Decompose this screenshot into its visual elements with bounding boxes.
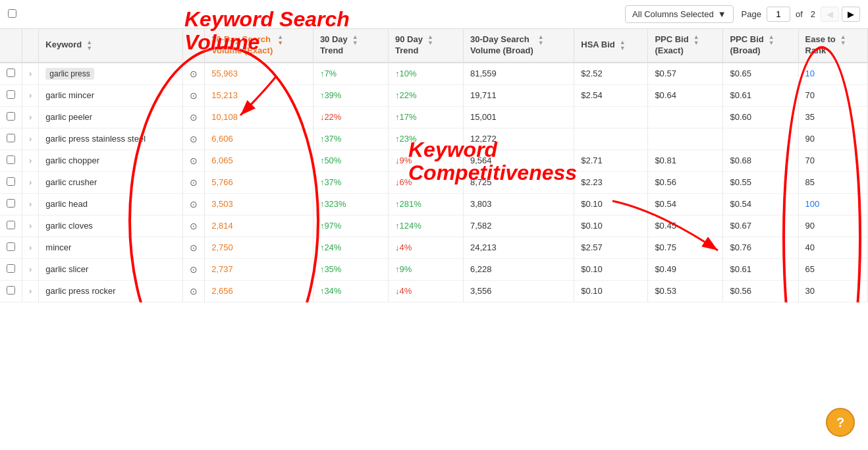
row-icon: ⊙ bbox=[183, 171, 205, 193]
row-expand[interactable]: › bbox=[22, 106, 39, 128]
row-ease-rank: 30 bbox=[798, 280, 868, 302]
row-trend-30: ↑34% bbox=[313, 280, 388, 302]
row-expand[interactable]: › bbox=[22, 63, 39, 85]
row-keyword: garlic press stainless steel bbox=[39, 128, 183, 150]
ppc-broad-sort-icon[interactable]: ▲▼ bbox=[769, 34, 774, 46]
table-row: ›garlic press stainless steel⊙6,606↑37%↑… bbox=[0, 128, 868, 150]
table-row: ›garlic press rocker⊙2,656↑34%↓4%3,556$0… bbox=[0, 280, 868, 302]
keyword-table: Keyword ▲▼ 30-Day SearchVolume (Exact) ▲… bbox=[0, 29, 868, 302]
row-hsa-bid: $2.23 bbox=[574, 171, 648, 193]
row-trend-30: ↑24% bbox=[313, 237, 388, 258]
row-expand[interactable]: › bbox=[22, 150, 39, 171]
row-expand[interactable]: › bbox=[22, 237, 39, 258]
table-row: ›garlic slicer⊙2,737↑35%↑9%6,228$0.10$0.… bbox=[0, 258, 868, 280]
row-trend-30: ↑50% bbox=[313, 150, 388, 171]
row-checkbox[interactable] bbox=[7, 199, 15, 208]
row-trend-90: ↑17% bbox=[388, 106, 463, 128]
row-expand[interactable]: › bbox=[22, 128, 39, 150]
ease-rank-sort-icon[interactable]: ▲▼ bbox=[840, 34, 846, 46]
row-checkbox[interactable] bbox=[7, 155, 15, 164]
row-ppc-broad bbox=[723, 128, 798, 150]
row-keyword: garlic chopper bbox=[39, 150, 183, 171]
row-expand[interactable]: › bbox=[22, 280, 39, 302]
page-input[interactable] bbox=[767, 7, 790, 22]
row-search-vol-broad: 9,564 bbox=[464, 150, 574, 171]
col-hsa-bid[interactable]: HSA Bid ▲▼ bbox=[574, 29, 648, 63]
row-trend-30: ↓22% bbox=[313, 106, 388, 128]
row-trend-30: ↑37% bbox=[313, 171, 388, 193]
row-trend-90: ↓6% bbox=[388, 171, 463, 193]
row-search-vol-broad: 3,803 bbox=[464, 193, 574, 215]
row-search-vol-broad: 24,213 bbox=[464, 237, 574, 258]
row-expand[interactable]: › bbox=[22, 193, 39, 215]
top-bar: All Columns Selected ▼ Page of 2 ◀ ▶ bbox=[0, 0, 868, 29]
row-hsa-bid: $0.10 bbox=[574, 280, 648, 302]
page-next-button[interactable]: ▶ bbox=[842, 7, 860, 22]
row-icon: ⊙ bbox=[183, 84, 205, 106]
row-checkbox[interactable] bbox=[7, 242, 15, 251]
table-row: ›garlic press⊙55,963↑7%↑10%81,559$2.52$0… bbox=[0, 63, 868, 85]
row-hsa-bid bbox=[574, 128, 648, 150]
table-row: ›garlic peeler⊙10,108↓22%↑17%15,001$0.60… bbox=[0, 106, 868, 128]
row-hsa-bid: $0.10 bbox=[574, 258, 648, 280]
row-ease-rank[interactable]: 100 bbox=[798, 193, 868, 215]
row-search-vol-exact: 2,814 bbox=[205, 215, 313, 237]
trend30-sort-icon[interactable]: ▲▼ bbox=[352, 34, 358, 46]
row-ease-rank: 70 bbox=[798, 84, 868, 106]
trend90-sort-icon[interactable]: ▲▼ bbox=[427, 34, 433, 46]
row-checkbox[interactable] bbox=[7, 112, 15, 121]
page-prev-button[interactable]: ◀ bbox=[821, 7, 839, 22]
row-trend-30: ↑37% bbox=[313, 128, 388, 150]
row-icon: ⊙ bbox=[183, 193, 205, 215]
row-ease-rank: 35 bbox=[798, 106, 868, 128]
row-checkbox[interactable] bbox=[7, 134, 15, 142]
row-ppc-exact: $0.81 bbox=[648, 150, 723, 171]
col-ppc-exact[interactable]: PPC Bid(Exact) ▲▼ bbox=[648, 29, 723, 63]
columns-dropdown[interactable]: All Columns Selected ▼ bbox=[625, 5, 733, 23]
ppc-exact-sort-icon[interactable]: ▲▼ bbox=[693, 34, 699, 46]
row-checkbox[interactable] bbox=[7, 90, 15, 99]
row-icon: ⊙ bbox=[183, 215, 205, 237]
col-ease-rank[interactable]: Ease toRank ▲▼ bbox=[798, 29, 868, 63]
row-search-vol-exact: 3,503 bbox=[205, 193, 313, 215]
keyword-sort-icon[interactable]: ▲▼ bbox=[86, 40, 92, 51]
row-search-vol-exact: 2,737 bbox=[205, 258, 313, 280]
row-expand[interactable]: › bbox=[22, 171, 39, 193]
row-keyword: garlic cloves bbox=[39, 215, 183, 237]
row-expand[interactable]: › bbox=[22, 215, 39, 237]
row-trend-90: ↑23% bbox=[388, 128, 463, 150]
row-search-vol-exact: 2,656 bbox=[205, 280, 313, 302]
row-expand[interactable]: › bbox=[22, 84, 39, 106]
row-search-vol-exact: 15,213 bbox=[205, 84, 313, 106]
row-search-vol-exact: 55,963 bbox=[205, 63, 313, 85]
row-checkbox[interactable] bbox=[7, 221, 15, 229]
row-checkbox[interactable] bbox=[7, 264, 15, 273]
row-expand[interactable]: › bbox=[22, 258, 39, 280]
row-icon: ⊙ bbox=[183, 280, 205, 302]
row-ease-rank[interactable]: 10 bbox=[798, 63, 868, 85]
row-checkbox[interactable] bbox=[7, 177, 15, 186]
row-ppc-exact: $0.54 bbox=[648, 193, 723, 215]
row-keyword: garlic peeler bbox=[39, 106, 183, 128]
row-search-vol-broad: 15,001 bbox=[464, 106, 574, 128]
row-trend-90: ↓4% bbox=[388, 237, 463, 258]
select-all-checkbox[interactable] bbox=[8, 9, 16, 18]
search-exact-sort-icon[interactable]: ▲▼ bbox=[277, 34, 283, 46]
search-broad-sort-icon[interactable]: ▲▼ bbox=[538, 34, 544, 46]
row-ease-rank: 90 bbox=[798, 128, 868, 150]
row-ppc-broad: $0.61 bbox=[723, 258, 798, 280]
table-header-row: Keyword ▲▼ 30-Day SearchVolume (Exact) ▲… bbox=[0, 29, 868, 63]
table-row: ›garlic mincer⊙15,213↑39%↑22%19,711$2.54… bbox=[0, 84, 868, 106]
row-ppc-broad: $0.76 bbox=[723, 237, 798, 258]
row-checkbox[interactable] bbox=[7, 69, 15, 77]
col-search-broad[interactable]: 30-Day SearchVolume (Broad) ▲▼ bbox=[464, 29, 574, 63]
col-trend-90[interactable]: 90 DayTrend ▲▼ bbox=[388, 29, 463, 63]
col-check bbox=[0, 29, 22, 63]
col-search-exact[interactable]: 30-Day SearchVolume (Exact) ▲▼ bbox=[205, 29, 313, 63]
row-checkbox[interactable] bbox=[7, 286, 15, 295]
col-ppc-broad[interactable]: PPC Bid(Broad) ▲▼ bbox=[723, 29, 798, 63]
col-keyword[interactable]: Keyword ▲▼ bbox=[39, 29, 183, 63]
hsa-sort-icon[interactable]: ▲▼ bbox=[620, 40, 626, 51]
row-search-vol-exact: 2,750 bbox=[205, 237, 313, 258]
col-trend-30[interactable]: 30 DayTrend ▲▼ bbox=[313, 29, 388, 63]
